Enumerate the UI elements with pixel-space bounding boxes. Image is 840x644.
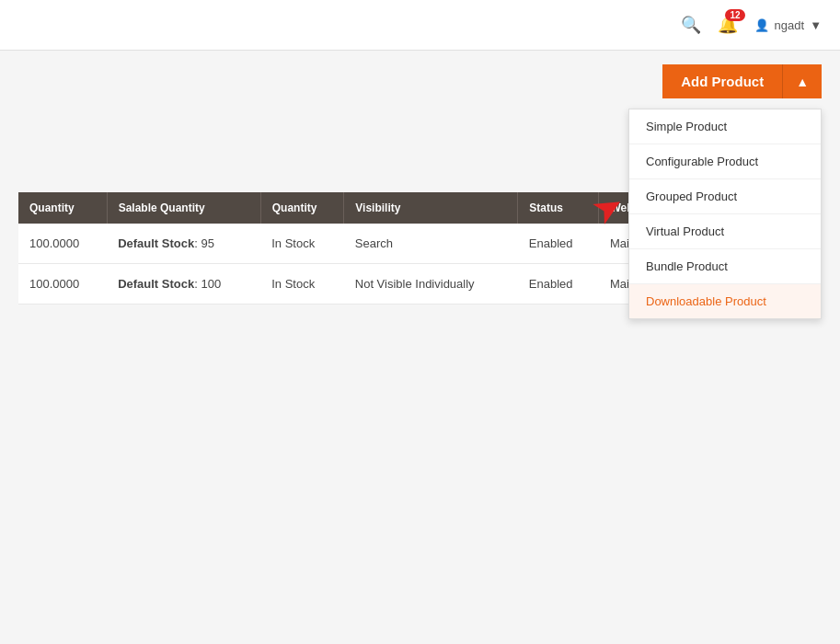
col-visibility: Visibility [344,192,518,224]
cell-salable-quantity: Default Stock: 95 [107,224,260,264]
dropdown-item-bundle[interactable]: Bundle Product [629,249,821,284]
username: ngadt [775,18,805,32]
cell-quantity: 100.0000 [18,224,107,264]
dropdown-item-downloadable[interactable]: Downloadable Product [629,284,821,318]
notification-badge: 12 [725,9,744,21]
cell-status: Enabled [518,224,599,264]
top-header: 🔍 🔔 12 👤 ngadt ▼ [0,0,840,51]
search-icon[interactable]: 🔍 [681,15,701,35]
cell-visibility: Search [344,224,518,264]
dropdown-item-grouped[interactable]: Grouped Product [629,179,821,214]
add-product-button[interactable]: Add Product [662,64,783,98]
cell-qty-status: In Stock [260,264,344,305]
col-quantity: Quantity [18,192,107,224]
notification-wrapper[interactable]: 🔔 12 [718,15,738,35]
user-menu[interactable]: 👤 ngadt ▼ [754,18,822,32]
dropdown-item-simple[interactable]: Simple Product [629,109,821,144]
dropdown-item-virtual[interactable]: Virtual Product [629,214,821,249]
page-content: Add Product ▲ Simple Product Configurabl… [0,51,840,318]
cell-salable-quantity: Default Stock: 100 [107,264,260,305]
dropdown-item-configurable[interactable]: Configurable Product [629,144,821,179]
col-salable-quantity: Salable Quantity [107,192,260,224]
col-status: Status [518,192,599,224]
add-product-btn-group: Add Product ▲ [662,64,822,98]
cell-qty-status: In Stock [260,224,344,264]
cell-visibility: Not Visible Individually [344,264,518,305]
cell-quantity: 100.0000 [18,264,107,305]
user-dropdown-icon: ▼ [810,18,822,32]
col-qty-status: Quantity [260,192,344,224]
user-icon: 👤 [754,18,769,32]
add-product-area: Add Product ▲ Simple Product Configurabl… [18,64,822,98]
cell-status: Enabled [518,264,599,305]
add-product-dropdown: Simple Product Configurable Product Grou… [628,109,822,319]
add-product-arrow-button[interactable]: ▲ [783,64,822,98]
